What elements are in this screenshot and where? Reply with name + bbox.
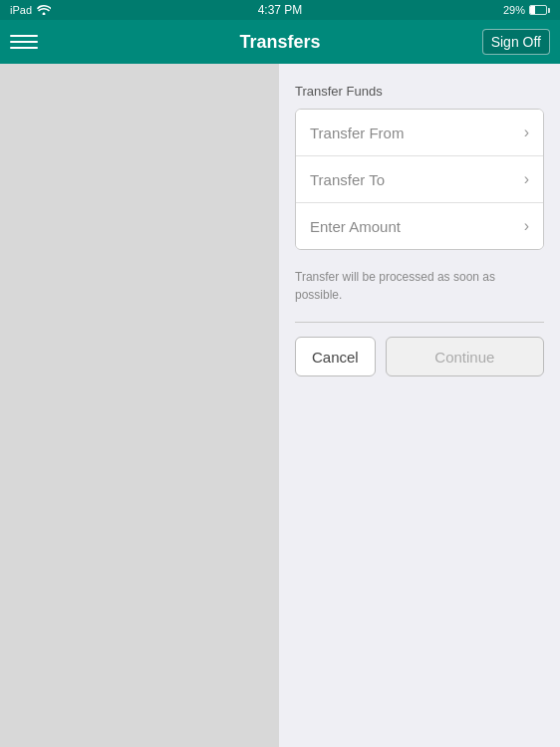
main-layout: Transfer Funds Transfer From › Transfer …: [0, 64, 560, 747]
sign-off-button[interactable]: Sign Off: [482, 29, 550, 55]
hamburger-line: [10, 35, 38, 37]
transfer-to-label: Transfer To: [310, 171, 385, 188]
status-left: iPad: [10, 4, 51, 17]
enter-amount-label: Enter Amount: [310, 218, 401, 235]
transfer-from-chevron: ›: [524, 124, 529, 141]
device-label: iPad: [10, 4, 32, 16]
enter-amount-row[interactable]: Enter Amount ›: [296, 202, 543, 249]
status-time: 4:37 PM: [258, 3, 303, 17]
status-right: 29%: [503, 4, 550, 16]
menu-button[interactable]: [10, 28, 38, 56]
transfer-form-card: Transfer From › Transfer To › Enter Amou…: [295, 109, 544, 250]
battery-pct: 29%: [503, 4, 525, 16]
transfer-to-row[interactable]: Transfer To ›: [296, 155, 543, 202]
transfer-to-chevron: ›: [524, 170, 529, 188]
button-row: Cancel Continue: [295, 337, 544, 376]
nav-title: Transfers: [239, 32, 320, 53]
continue-button[interactable]: Continue: [386, 337, 544, 376]
cancel-button[interactable]: Cancel: [295, 337, 376, 376]
transfer-from-label: Transfer From: [310, 124, 404, 141]
enter-amount-chevron: ›: [524, 217, 529, 235]
content-panel: Transfer Funds Transfer From › Transfer …: [279, 64, 560, 747]
sidebar: [0, 64, 279, 747]
section-title: Transfer Funds: [295, 84, 544, 99]
note-text: Transfer will be processed as soon as po…: [295, 260, 544, 308]
wifi-icon: [37, 4, 51, 17]
divider: [295, 322, 544, 323]
battery-icon: [529, 5, 550, 15]
hamburger-line: [10, 47, 38, 49]
transfer-from-row[interactable]: Transfer From ›: [296, 110, 543, 155]
nav-bar: Transfers Sign Off: [0, 20, 560, 64]
status-bar: iPad 4:37 PM 29%: [0, 0, 560, 20]
hamburger-line: [10, 41, 38, 43]
